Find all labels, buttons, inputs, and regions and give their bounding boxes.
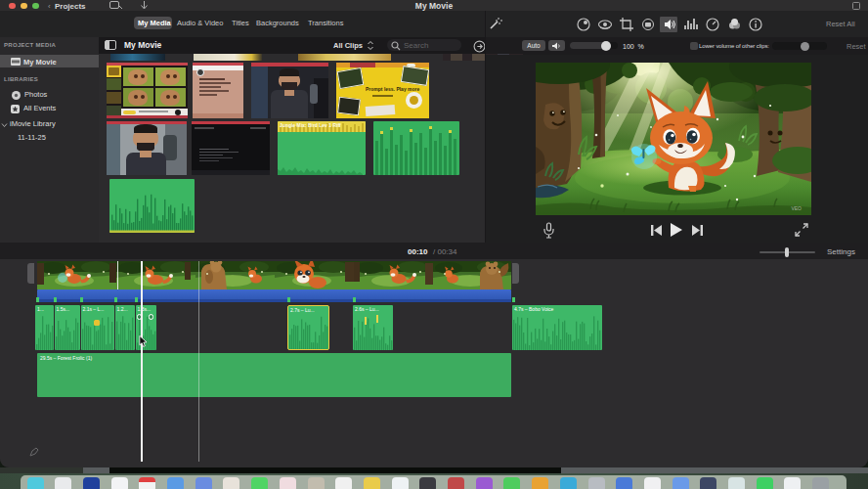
svg-text:VEO: VEO: [791, 205, 802, 211]
